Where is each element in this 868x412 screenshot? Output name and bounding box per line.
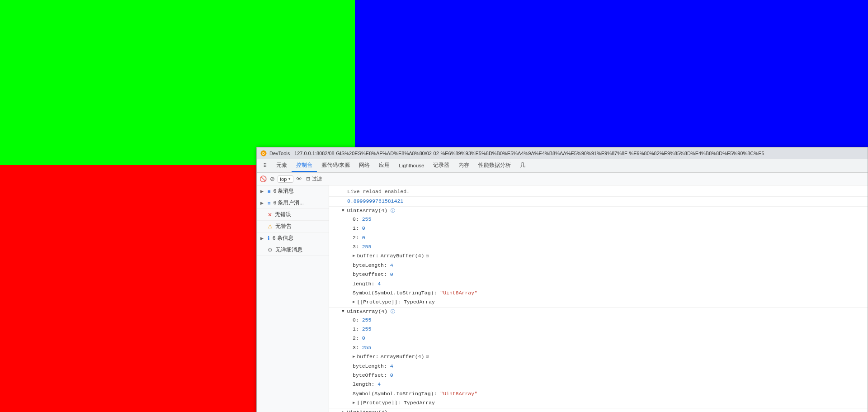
- sidebar-item-all-messages[interactable]: ▶ ≡ 6 条消息: [257, 185, 329, 197]
- buffer-value: ArrayBuffer(4): [381, 252, 425, 260]
- uint-prop-2: 2: 0: [329, 233, 868, 242]
- buffer-expand-icon: ▶: [353, 253, 355, 259]
- buffer-expand-icon: ▶: [353, 354, 355, 360]
- tab-elements[interactable]: 元素: [272, 160, 292, 172]
- context-arrow-icon: ▼: [288, 177, 291, 181]
- devtools-titlebar: D DevTools - 127.0.0.1:8082/08-GIS%20ES%…: [257, 147, 868, 159]
- uint8array-header-1[interactable]: ▼ Uint8Array(4) ⓘ: [329, 207, 868, 215]
- error-icon: ✕: [268, 212, 272, 218]
- tab-lighthouse[interactable]: Lighthouse: [394, 161, 429, 171]
- collapse-arrow-icon: ▼: [342, 309, 344, 314]
- proto-expand-icon: ▶: [353, 400, 355, 406]
- sidebar-item-warnings[interactable]: ⚠ 无警告: [257, 221, 329, 232]
- uint8array-header-3[interactable]: ▶ Uint8Array(4): [329, 408, 868, 412]
- symbol-prop-2: Symbol(Symbol.toStringTag): "Uint8Array": [329, 389, 868, 398]
- console-body: ▶ ≡ 6 条消息 ▶ ≡ 6 条用户消... ✕ 无错误 ⚠ 无警告 ▶: [257, 185, 868, 412]
- uint8array-header-2[interactable]: ▼ Uint8Array(4) ⓘ: [329, 308, 868, 316]
- sidebar-label: 无错误: [275, 211, 291, 218]
- sidebar-item-user-messages[interactable]: ▶ ≡ 6 条用户消...: [257, 197, 329, 209]
- uint-prop-0: 0: 255: [329, 215, 868, 224]
- verbose-icon: ⚙: [268, 247, 273, 253]
- console-toolbar: 🚫 ⊘ top ▼ 👁 ⊟ 过滤: [257, 173, 868, 185]
- proto-line-2[interactable]: ▶ [[Prototype]]: TypedArray: [329, 398, 868, 407]
- buffer-copy-icon: ⊞: [426, 253, 429, 260]
- proto-label: [[Prototype]]: TypedArray: [357, 399, 435, 407]
- info-icon: ℹ: [268, 235, 270, 242]
- devtools-title: DevTools - 127.0.0.1:8082/08-GIS%20ES%E8…: [269, 151, 764, 156]
- tab-memory[interactable]: 内存: [454, 160, 474, 172]
- symbol-prop-1: Symbol(Symbol.toStringTag): "Uint8Array": [329, 289, 868, 298]
- proto-label: [[Prototype]]: TypedArray: [357, 298, 435, 306]
- tab-console[interactable]: 控制台: [292, 160, 317, 172]
- sidebar-label: 6 条信息: [273, 235, 293, 242]
- tab-application[interactable]: 应用: [374, 160, 394, 172]
- tab-performance[interactable]: 性能数据分析: [474, 160, 515, 172]
- sidebar-label: 无警告: [275, 223, 292, 230]
- length-prop-1: length: 4: [329, 279, 868, 289]
- bg-top-left: [0, 0, 355, 165]
- devtools-panel: D DevTools - 127.0.0.1:8082/08-GIS%20ES%…: [256, 147, 868, 412]
- uint-label: Uint8Array(4): [347, 208, 387, 213]
- tab-recorder[interactable]: 记录器: [429, 160, 454, 172]
- devtools-tabs-bar: ⠿ 元素 控制台 源代码/来源 网络 应用 Lighthouse 记录器 内存 …: [257, 159, 868, 173]
- collapse-arrow-icon: ▼: [342, 208, 344, 213]
- warn-icon: ⚠: [268, 223, 273, 230]
- sidebar-label: 6 条消息: [274, 188, 294, 194]
- console-block-icon[interactable]: ⊘: [269, 175, 276, 183]
- bg-top-right: [355, 0, 868, 165]
- console-output[interactable]: Live reload enabled. 0.8999999761581421 …: [329, 185, 868, 412]
- context-label: top: [280, 176, 287, 182]
- uint-prop-2: 2: 0: [329, 334, 868, 343]
- sidebar-label: 6 条用户消...: [274, 199, 304, 206]
- context-selector[interactable]: top ▼: [278, 175, 293, 183]
- expand-arrow-icon: ▶: [342, 410, 344, 412]
- expand-icon: ▶: [260, 236, 265, 241]
- expand-icon: [260, 213, 265, 217]
- uint8array-block-1: ▼ Uint8Array(4) ⓘ 0: 255 1: 0 2: 0 3: 25…: [329, 207, 868, 308]
- filter-funnel-icon: ⊟: [306, 176, 310, 182]
- tab-more[interactable]: 几: [515, 160, 530, 172]
- buffer-label: buffer:: [357, 252, 378, 260]
- number-value: 0.8999999761581421: [347, 198, 403, 204]
- proto-expand-icon: ▶: [353, 299, 355, 305]
- tab-menu[interactable]: ⠿: [259, 160, 272, 172]
- filter-label: 过滤: [312, 175, 322, 182]
- uint-prop-1: 1: 0: [329, 224, 868, 233]
- live-reload-text: Live reload enabled.: [347, 189, 410, 194]
- bytelength-prop-2: byteLength: 4: [329, 362, 868, 371]
- svg-text:D: D: [262, 152, 265, 156]
- byteoffset-prop-2: byteOffset: 0: [329, 371, 868, 380]
- uint-prop-0: 0: 255: [329, 316, 868, 325]
- tab-network[interactable]: 网络: [354, 160, 374, 172]
- uint8array-block-2: ▼ Uint8Array(4) ⓘ 0: 255 1: 255 2: 0 3: …: [329, 308, 868, 408]
- console-line: Live reload enabled.: [329, 187, 868, 197]
- sidebar-item-info[interactable]: ▶ ℹ 6 条信息: [257, 232, 329, 244]
- message-icon: ≡: [268, 200, 271, 206]
- proto-line-1[interactable]: ▶ [[Prototype]]: TypedArray: [329, 298, 868, 307]
- byteoffset-prop-1: byteOffset: 0: [329, 270, 868, 279]
- message-icon: ≡: [268, 189, 271, 194]
- devtools-logo-icon: D: [260, 150, 267, 156]
- length-prop-2: length: 4: [329, 380, 868, 389]
- buffer-line-1[interactable]: ▶ buffer: ArrayBuffer(4) ⊞: [329, 251, 868, 260]
- sidebar-label: 无详细消息: [275, 246, 302, 253]
- uint-label: Uint8Array(4): [347, 409, 387, 412]
- uint8array-block-3: ▶ Uint8Array(4): [329, 408, 868, 412]
- buffer-copy-icon: ⊞: [426, 353, 429, 360]
- tab-sources[interactable]: 源代码/来源: [317, 160, 354, 172]
- console-line: 0.8999999761581421: [329, 197, 868, 206]
- info-badge-icon: ⓘ: [391, 208, 395, 214]
- expand-icon: [260, 224, 265, 229]
- uint-prop-3: 3: 255: [329, 343, 868, 352]
- console-sidebar: ▶ ≡ 6 条消息 ▶ ≡ 6 条用户消... ✕ 无错误 ⚠ 无警告 ▶: [257, 185, 329, 412]
- buffer-label: buffer:: [357, 353, 378, 361]
- uint-prop-1: 1: 255: [329, 325, 868, 334]
- uint-label: Uint8Array(4): [347, 308, 387, 314]
- eye-icon[interactable]: 👁: [295, 175, 302, 183]
- sidebar-item-errors[interactable]: ✕ 无错误: [257, 209, 329, 221]
- buffer-line-2[interactable]: ▶ buffer: ArrayBuffer(4) ⊞: [329, 352, 868, 361]
- expand-icon: [260, 248, 265, 252]
- sidebar-item-verbose[interactable]: ⚙ 无详细消息: [257, 244, 329, 256]
- console-clear-icon[interactable]: 🚫: [259, 175, 267, 183]
- bytelength-prop-1: byteLength: 4: [329, 261, 868, 270]
